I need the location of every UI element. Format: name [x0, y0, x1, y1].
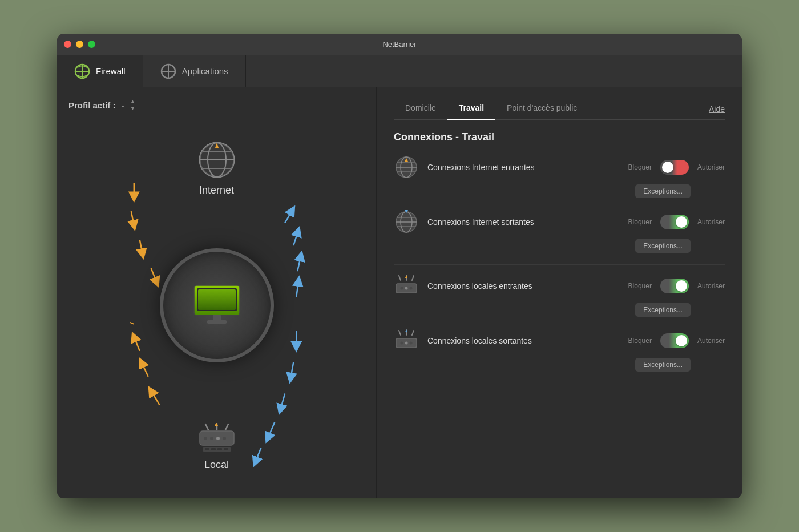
svg-line-14 — [130, 323, 134, 324]
svg-line-73 — [412, 331, 414, 335]
profile-active-label: Profil actif : — [68, 100, 116, 110]
svg-point-41 — [204, 437, 207, 440]
toggle-internet-out[interactable] — [660, 215, 689, 229]
connection-internet-out-main: Connexions Internet sortantes Bloquer Au… — [394, 209, 725, 235]
toggle-internet-in[interactable] — [660, 160, 689, 175]
autoriser-label-2: Autoriser — [697, 282, 725, 290]
internet-node: Internet — [197, 140, 237, 196]
bloquer-label-0: Bloquer — [628, 163, 652, 171]
svg-line-38 — [225, 424, 228, 430]
maximize-button[interactable] — [88, 41, 95, 48]
window-title: NetBarrier — [382, 40, 416, 49]
tabbar: Firewall Applications — [57, 55, 742, 87]
svg-point-67 — [405, 287, 408, 290]
svg-line-8 — [140, 240, 143, 254]
tab-travail[interactable]: Travail — [447, 99, 495, 119]
conn-internet-out-label: Connexions Internet sortantes — [427, 217, 620, 227]
exceptions-btn-3[interactable]: Exceptions... — [635, 358, 691, 372]
svg-line-13 — [134, 337, 140, 351]
computer-node — [160, 248, 274, 362]
exceptions-btn-2[interactable]: Exceptions... — [635, 303, 691, 317]
app-window: NetBarrier Firewall Applications — [57, 34, 742, 498]
exceptions-row-2: Exceptions... — [394, 303, 725, 317]
connection-local-out-main: Connexions locales sortantes Bloquer Aut… — [394, 328, 725, 353]
router-in-icon — [394, 273, 419, 299]
exceptions-row-0: Exceptions... — [394, 184, 725, 198]
tab-domicile[interactable]: Domicile — [394, 99, 447, 119]
divider-1 — [394, 264, 725, 265]
aide-link[interactable]: Aide — [709, 104, 725, 114]
connection-internet-in: Connexions Internet entrantes Bloquer Au… — [394, 155, 725, 198]
router-out-icon — [394, 328, 419, 353]
profile-stepper[interactable]: ▲ ▼ — [130, 99, 136, 111]
internet-label: Internet — [199, 184, 234, 196]
svg-line-22 — [268, 422, 275, 438]
bloquer-label-2: Bloquer — [628, 282, 652, 290]
svg-rect-33 — [198, 289, 236, 310]
applications-icon — [160, 63, 176, 79]
tab-firewall-label: Firewall — [96, 66, 126, 76]
bloquer-label-3: Bloquer — [628, 337, 652, 345]
svg-rect-47 — [211, 448, 216, 450]
traffic-lights — [64, 41, 95, 48]
exceptions-row-3: Exceptions... — [394, 358, 725, 372]
svg-line-71 — [399, 331, 401, 335]
globe-out-icon — [394, 209, 419, 235]
connection-internet-out: Connexions Internet sortantes Bloquer Au… — [394, 209, 725, 253]
local-label: Local — [204, 459, 229, 471]
svg-point-76 — [410, 342, 413, 345]
svg-line-15 — [285, 210, 292, 223]
svg-rect-34 — [213, 315, 221, 321]
svg-point-75 — [405, 342, 408, 345]
tab-public[interactable]: Point d'accès public — [495, 99, 588, 119]
connection-internet-in-main: Connexions Internet entrantes Bloquer Au… — [394, 155, 725, 180]
section-title: Connexions - Travail — [394, 131, 725, 143]
router-icon — [197, 423, 237, 454]
profile-up-arrow[interactable]: ▲ — [130, 99, 136, 104]
svg-point-42 — [210, 437, 213, 440]
exceptions-btn-0[interactable]: Exceptions... — [635, 184, 691, 198]
svg-marker-69 — [405, 275, 407, 278]
svg-rect-49 — [224, 448, 228, 450]
svg-line-21 — [280, 394, 285, 410]
autoriser-label-1: Autoriser — [697, 218, 725, 226]
left-panel: Profil actif : - ▲ ▼ — [57, 87, 377, 498]
close-button[interactable] — [64, 41, 71, 48]
conn-internet-in-label: Connexions Internet entrantes — [427, 163, 620, 172]
toggle-local-in[interactable] — [660, 279, 689, 293]
computer-icon — [191, 283, 243, 328]
profile-tabs: Domicile Travail Point d'accès public Ai… — [394, 99, 725, 120]
main-content: Profil actif : - ▲ ▼ — [57, 87, 742, 498]
svg-line-20 — [290, 362, 293, 378]
connection-local-in: Connexions locales entrantes Bloquer Aut… — [394, 273, 725, 317]
toggle-thumb-local-out — [676, 335, 687, 346]
svg-line-63 — [399, 276, 401, 280]
svg-rect-48 — [217, 448, 222, 450]
svg-line-23 — [255, 448, 261, 462]
tab-applications-label: Applications — [182, 66, 228, 76]
profile-down-arrow[interactable]: ▼ — [130, 106, 136, 111]
toggle-thumb-internet-out — [676, 216, 687, 228]
tab-applications[interactable]: Applications — [143, 55, 246, 87]
minimize-button[interactable] — [76, 41, 83, 48]
connection-local-in-main: Connexions locales entrantes Bloquer Aut… — [394, 273, 725, 299]
svg-line-11 — [151, 391, 160, 405]
conn-local-out-label: Connexions locales sortantes — [427, 336, 620, 345]
svg-line-7 — [131, 211, 134, 225]
svg-line-12 — [142, 362, 148, 377]
network-diagram: Internet — [68, 123, 365, 488]
svg-line-36 — [205, 424, 208, 430]
svg-line-18 — [296, 281, 298, 297]
svg-rect-46 — [205, 448, 209, 450]
svg-line-16 — [293, 231, 298, 245]
toggle-local-out[interactable] — [660, 333, 689, 348]
svg-point-74 — [401, 342, 403, 345]
toggle-thumb-internet-in — [662, 162, 673, 173]
toggle-thumb-local-in — [676, 280, 687, 292]
tab-firewall[interactable]: Firewall — [57, 55, 143, 87]
svg-line-65 — [412, 276, 414, 280]
globe-in-icon — [394, 155, 419, 180]
exceptions-btn-1[interactable]: Exceptions... — [635, 239, 691, 253]
profile-bar: Profil actif : - ▲ ▼ — [68, 99, 365, 111]
svg-rect-35 — [207, 320, 227, 324]
